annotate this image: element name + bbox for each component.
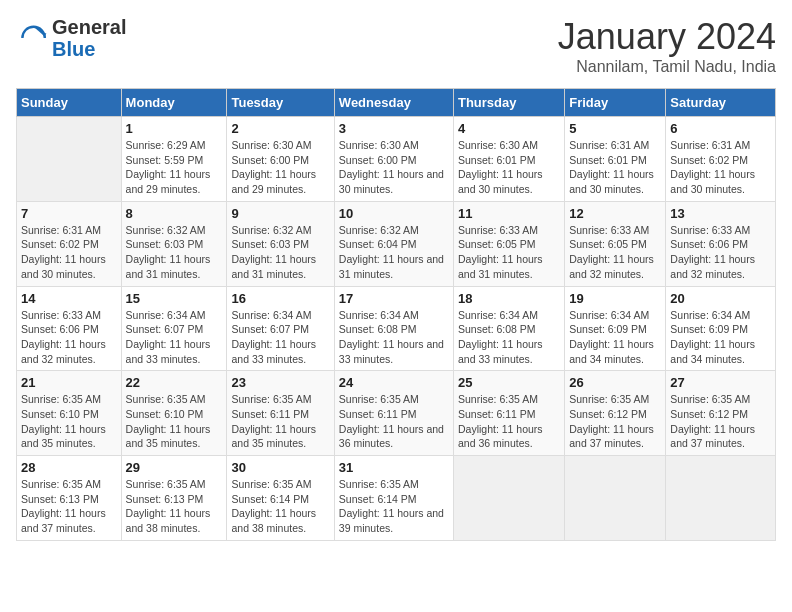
day-number: 27	[670, 375, 771, 390]
day-info: Sunrise: 6:31 AMSunset: 6:02 PMDaylight:…	[670, 138, 771, 197]
day-cell	[666, 456, 776, 541]
header-saturday: Saturday	[666, 89, 776, 117]
day-info: Sunrise: 6:34 AMSunset: 6:07 PMDaylight:…	[126, 308, 223, 367]
day-cell: 22Sunrise: 6:35 AMSunset: 6:10 PMDayligh…	[121, 371, 227, 456]
day-number: 14	[21, 291, 117, 306]
day-cell: 28Sunrise: 6:35 AMSunset: 6:13 PMDayligh…	[17, 456, 122, 541]
day-info: Sunrise: 6:35 AMSunset: 6:12 PMDaylight:…	[569, 392, 661, 451]
day-number: 6	[670, 121, 771, 136]
header-monday: Monday	[121, 89, 227, 117]
day-number: 17	[339, 291, 449, 306]
day-info: Sunrise: 6:32 AMSunset: 6:04 PMDaylight:…	[339, 223, 449, 282]
week-row-2: 7Sunrise: 6:31 AMSunset: 6:02 PMDaylight…	[17, 201, 776, 286]
subtitle: Nannilam, Tamil Nadu, India	[558, 58, 776, 76]
header-wednesday: Wednesday	[334, 89, 453, 117]
day-info: Sunrise: 6:31 AMSunset: 6:01 PMDaylight:…	[569, 138, 661, 197]
header-thursday: Thursday	[453, 89, 564, 117]
day-number: 15	[126, 291, 223, 306]
day-number: 28	[21, 460, 117, 475]
day-info: Sunrise: 6:34 AMSunset: 6:09 PMDaylight:…	[569, 308, 661, 367]
day-cell: 27Sunrise: 6:35 AMSunset: 6:12 PMDayligh…	[666, 371, 776, 456]
header-friday: Friday	[565, 89, 666, 117]
day-info: Sunrise: 6:35 AMSunset: 6:11 PMDaylight:…	[339, 392, 449, 451]
day-info: Sunrise: 6:33 AMSunset: 6:06 PMDaylight:…	[670, 223, 771, 282]
week-row-4: 21Sunrise: 6:35 AMSunset: 6:10 PMDayligh…	[17, 371, 776, 456]
day-cell: 3Sunrise: 6:30 AMSunset: 6:00 PMDaylight…	[334, 117, 453, 202]
day-cell: 29Sunrise: 6:35 AMSunset: 6:13 PMDayligh…	[121, 456, 227, 541]
day-number: 12	[569, 206, 661, 221]
day-cell: 10Sunrise: 6:32 AMSunset: 6:04 PMDayligh…	[334, 201, 453, 286]
day-cell: 19Sunrise: 6:34 AMSunset: 6:09 PMDayligh…	[565, 286, 666, 371]
day-cell: 1Sunrise: 6:29 AMSunset: 5:59 PMDaylight…	[121, 117, 227, 202]
day-info: Sunrise: 6:34 AMSunset: 6:07 PMDaylight:…	[231, 308, 329, 367]
day-info: Sunrise: 6:35 AMSunset: 6:10 PMDaylight:…	[21, 392, 117, 451]
day-cell: 20Sunrise: 6:34 AMSunset: 6:09 PMDayligh…	[666, 286, 776, 371]
day-info: Sunrise: 6:35 AMSunset: 6:13 PMDaylight:…	[21, 477, 117, 536]
day-info: Sunrise: 6:33 AMSunset: 6:05 PMDaylight:…	[458, 223, 560, 282]
day-info: Sunrise: 6:32 AMSunset: 6:03 PMDaylight:…	[126, 223, 223, 282]
day-cell: 14Sunrise: 6:33 AMSunset: 6:06 PMDayligh…	[17, 286, 122, 371]
day-cell: 11Sunrise: 6:33 AMSunset: 6:05 PMDayligh…	[453, 201, 564, 286]
day-cell: 18Sunrise: 6:34 AMSunset: 6:08 PMDayligh…	[453, 286, 564, 371]
week-row-1: 1Sunrise: 6:29 AMSunset: 5:59 PMDaylight…	[17, 117, 776, 202]
day-number: 29	[126, 460, 223, 475]
calendar-header-row: SundayMondayTuesdayWednesdayThursdayFrid…	[17, 89, 776, 117]
day-cell: 2Sunrise: 6:30 AMSunset: 6:00 PMDaylight…	[227, 117, 334, 202]
header-sunday: Sunday	[17, 89, 122, 117]
day-info: Sunrise: 6:35 AMSunset: 6:12 PMDaylight:…	[670, 392, 771, 451]
day-cell	[17, 117, 122, 202]
day-number: 8	[126, 206, 223, 221]
main-title: January 2024	[558, 16, 776, 58]
day-cell: 23Sunrise: 6:35 AMSunset: 6:11 PMDayligh…	[227, 371, 334, 456]
day-number: 7	[21, 206, 117, 221]
day-cell	[453, 456, 564, 541]
day-info: Sunrise: 6:35 AMSunset: 6:13 PMDaylight:…	[126, 477, 223, 536]
day-number: 24	[339, 375, 449, 390]
day-number: 9	[231, 206, 329, 221]
day-info: Sunrise: 6:35 AMSunset: 6:11 PMDaylight:…	[231, 392, 329, 451]
day-info: Sunrise: 6:33 AMSunset: 6:05 PMDaylight:…	[569, 223, 661, 282]
day-number: 1	[126, 121, 223, 136]
day-cell: 7Sunrise: 6:31 AMSunset: 6:02 PMDaylight…	[17, 201, 122, 286]
day-info: Sunrise: 6:33 AMSunset: 6:06 PMDaylight:…	[21, 308, 117, 367]
day-cell: 25Sunrise: 6:35 AMSunset: 6:11 PMDayligh…	[453, 371, 564, 456]
day-number: 18	[458, 291, 560, 306]
day-cell: 6Sunrise: 6:31 AMSunset: 6:02 PMDaylight…	[666, 117, 776, 202]
day-info: Sunrise: 6:35 AMSunset: 6:10 PMDaylight:…	[126, 392, 223, 451]
day-info: Sunrise: 6:35 AMSunset: 6:14 PMDaylight:…	[231, 477, 329, 536]
day-cell: 31Sunrise: 6:35 AMSunset: 6:14 PMDayligh…	[334, 456, 453, 541]
day-number: 19	[569, 291, 661, 306]
day-info: Sunrise: 6:32 AMSunset: 6:03 PMDaylight:…	[231, 223, 329, 282]
day-cell	[565, 456, 666, 541]
day-number: 16	[231, 291, 329, 306]
logo: General Blue	[16, 16, 126, 60]
day-number: 23	[231, 375, 329, 390]
logo-icon	[16, 22, 48, 54]
day-cell: 8Sunrise: 6:32 AMSunset: 6:03 PMDaylight…	[121, 201, 227, 286]
day-cell: 16Sunrise: 6:34 AMSunset: 6:07 PMDayligh…	[227, 286, 334, 371]
day-cell: 4Sunrise: 6:30 AMSunset: 6:01 PMDaylight…	[453, 117, 564, 202]
calendar-body: 1Sunrise: 6:29 AMSunset: 5:59 PMDaylight…	[17, 117, 776, 541]
day-number: 10	[339, 206, 449, 221]
day-cell: 9Sunrise: 6:32 AMSunset: 6:03 PMDaylight…	[227, 201, 334, 286]
day-number: 25	[458, 375, 560, 390]
day-info: Sunrise: 6:30 AMSunset: 6:01 PMDaylight:…	[458, 138, 560, 197]
day-cell: 15Sunrise: 6:34 AMSunset: 6:07 PMDayligh…	[121, 286, 227, 371]
day-number: 20	[670, 291, 771, 306]
day-number: 13	[670, 206, 771, 221]
day-info: Sunrise: 6:35 AMSunset: 6:11 PMDaylight:…	[458, 392, 560, 451]
day-info: Sunrise: 6:34 AMSunset: 6:08 PMDaylight:…	[458, 308, 560, 367]
day-cell: 30Sunrise: 6:35 AMSunset: 6:14 PMDayligh…	[227, 456, 334, 541]
day-number: 30	[231, 460, 329, 475]
day-cell: 24Sunrise: 6:35 AMSunset: 6:11 PMDayligh…	[334, 371, 453, 456]
day-info: Sunrise: 6:29 AMSunset: 5:59 PMDaylight:…	[126, 138, 223, 197]
day-number: 5	[569, 121, 661, 136]
header-tuesday: Tuesday	[227, 89, 334, 117]
day-number: 26	[569, 375, 661, 390]
day-number: 31	[339, 460, 449, 475]
logo-text: General Blue	[52, 16, 126, 60]
week-row-3: 14Sunrise: 6:33 AMSunset: 6:06 PMDayligh…	[17, 286, 776, 371]
day-cell: 5Sunrise: 6:31 AMSunset: 6:01 PMDaylight…	[565, 117, 666, 202]
week-row-5: 28Sunrise: 6:35 AMSunset: 6:13 PMDayligh…	[17, 456, 776, 541]
day-info: Sunrise: 6:31 AMSunset: 6:02 PMDaylight:…	[21, 223, 117, 282]
